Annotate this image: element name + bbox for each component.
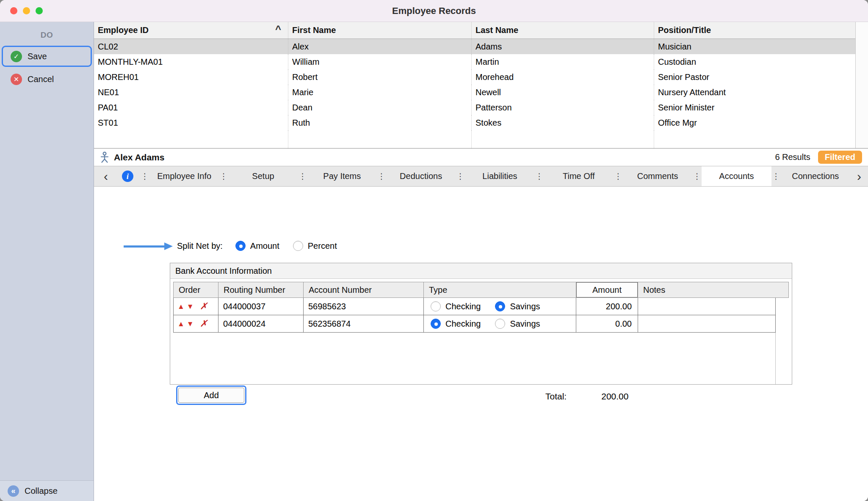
employee-row[interactable]: PA01DeanPattersonSenior Minister	[94, 100, 855, 115]
add-button[interactable]: Add	[178, 388, 244, 403]
radio-icon[interactable]	[293, 241, 303, 251]
tab-setup[interactable]: Setup	[228, 166, 298, 186]
employee-row[interactable]: ST01RuthStokesOffice Mgr	[94, 115, 855, 130]
move-up-icon[interactable]: ▲	[177, 320, 185, 328]
cell-first-name: Robert	[288, 69, 471, 85]
zoom-button[interactable]	[36, 7, 43, 14]
cell-notes[interactable]	[638, 315, 776, 333]
employee-table: Employee ID ^ First Name Last Name Posit…	[94, 22, 868, 148]
split-net-label: Split Net by:	[177, 241, 223, 251]
delete-icon[interactable]: ✗	[200, 319, 207, 328]
person-icon	[100, 151, 109, 163]
collapse-button[interactable]: « Collapse	[0, 480, 94, 501]
delete-icon[interactable]: ✗	[200, 302, 207, 311]
x-icon: ✕	[11, 74, 22, 85]
move-down-icon[interactable]: ▼	[187, 320, 194, 328]
column-notes[interactable]: Notes	[638, 282, 789, 298]
cancel-button[interactable]: ✕ Cancel	[3, 69, 91, 89]
column-last-name[interactable]: Last Name	[471, 22, 654, 39]
column-label: Employee ID	[98, 25, 149, 35]
tabs-scroll-left-button[interactable]: ‹	[94, 166, 118, 186]
employee-row[interactable]: CL02AlexAdamsMusician	[94, 39, 855, 54]
cell-last-name: Stokes	[471, 115, 654, 130]
tab-separator-icon: ⋮	[219, 166, 228, 186]
tab-deductions[interactable]: Deductions	[386, 166, 456, 186]
employee-table-scrollbar[interactable]	[855, 22, 868, 148]
tabs-scroll-right-button[interactable]: ›	[850, 166, 868, 186]
tab-pay-items[interactable]: Pay Items	[307, 166, 377, 186]
column-position-title[interactable]: Position/Title	[654, 22, 855, 39]
type-option-checking[interactable]: Checking	[431, 319, 481, 329]
tab-separator-icon: ⋮	[614, 166, 623, 186]
collapse-label: Collapse	[25, 486, 58, 496]
tab-accounts[interactable]: Accounts	[702, 166, 771, 186]
employee-row[interactable]: MONTHLY-MA01WilliamMartinCustodian	[94, 54, 855, 69]
close-button[interactable]	[10, 7, 17, 14]
cell-first-name: Alex	[288, 39, 471, 54]
info-tab[interactable]: i	[118, 166, 140, 186]
radio-icon[interactable]	[495, 301, 505, 311]
add-button-highlight: Add	[176, 385, 246, 405]
split-option-amount[interactable]: Amount	[235, 241, 279, 251]
tab-comments[interactable]: Comments	[623, 166, 692, 186]
radio-icon[interactable]	[431, 301, 441, 311]
move-down-icon[interactable]: ▼	[187, 303, 194, 310]
bank-rows: ▲▼✗04400003756985623CheckingSavings200.0…	[173, 298, 789, 333]
empty-cell	[288, 130, 471, 148]
cell-type: CheckingSavings	[424, 315, 576, 333]
employee-table-header: Employee ID ^ First Name Last Name Posit…	[94, 22, 855, 39]
type-option-savings[interactable]: Savings	[495, 301, 540, 311]
cell-routing-number[interactable]: 044000024	[218, 315, 304, 333]
tab-liabilities[interactable]: Liabilities	[465, 166, 534, 186]
bank-table: Order Routing Number Account Number Type…	[170, 279, 792, 384]
filtered-badge[interactable]: Filtered	[818, 151, 862, 164]
radio-icon[interactable]	[495, 319, 505, 329]
tab-bar: ‹ i ⋮Employee Info⋮Setup⋮Pay Items⋮Deduc…	[94, 166, 868, 187]
cell-account-number[interactable]: 56985623	[304, 298, 424, 315]
column-first-name[interactable]: First Name	[288, 22, 471, 39]
type-option-savings[interactable]: Savings	[495, 319, 540, 329]
window-controls	[10, 0, 43, 22]
split-options: AmountPercent	[235, 241, 337, 251]
bank-scrollbar-track	[776, 298, 789, 315]
tab-time-off[interactable]: Time Off	[544, 166, 614, 186]
split-net-row: Split Net by: AmountPercent	[177, 237, 337, 255]
tab-employee-info[interactable]: Employee Info	[149, 166, 219, 186]
employee-row[interactable]: NE01MarieNewellNursery Attendant	[94, 85, 855, 100]
split-option-percent[interactable]: Percent	[293, 241, 337, 251]
minimize-button[interactable]	[23, 7, 30, 14]
annotation-arrow	[124, 242, 173, 250]
column-type[interactable]: Type	[424, 282, 576, 298]
column-account-number[interactable]: Account Number	[304, 282, 424, 298]
accounts-panel: Split Net by: AmountPercent Bank Account…	[94, 187, 868, 501]
cell-amount[interactable]: 0.00	[576, 315, 638, 333]
cell-employee-id: PA01	[94, 100, 288, 115]
tab-connections[interactable]: Connections	[781, 166, 850, 186]
cell-amount[interactable]: 200.00	[576, 298, 638, 315]
cell-account-number[interactable]: 562356874	[304, 315, 424, 333]
cell-routing-number[interactable]: 044000037	[218, 298, 304, 315]
cell-employee-id: NE01	[94, 85, 288, 100]
bank-box-title: Bank Account Information	[170, 263, 792, 279]
column-employee-id[interactable]: Employee ID ^	[94, 22, 288, 39]
cell-last-name: Patterson	[471, 100, 654, 115]
employee-table-empty-area	[94, 130, 855, 148]
column-amount[interactable]: Amount	[576, 282, 638, 298]
cell-position-title: Custodian	[654, 54, 855, 69]
column-order[interactable]: Order	[173, 282, 218, 298]
type-option-checking[interactable]: Checking	[431, 301, 481, 311]
radio-icon[interactable]	[431, 319, 441, 329]
check-icon: ✓	[11, 51, 22, 62]
column-routing-number[interactable]: Routing Number	[218, 282, 304, 298]
cell-order: ▲▼✗	[173, 298, 218, 315]
radio-label: Checking	[445, 319, 481, 329]
save-button[interactable]: ✓ Save	[2, 46, 92, 67]
total-row: Total: 200.00	[545, 391, 628, 402]
cell-last-name: Newell	[471, 85, 654, 100]
cell-position-title: Senior Minister	[654, 100, 855, 115]
employee-row[interactable]: MOREH01RobertMoreheadSenior Pastor	[94, 69, 855, 85]
cell-last-name: Morehead	[471, 69, 654, 85]
cell-notes[interactable]	[638, 298, 776, 315]
radio-icon[interactable]	[235, 241, 246, 251]
move-up-icon[interactable]: ▲	[177, 303, 185, 310]
